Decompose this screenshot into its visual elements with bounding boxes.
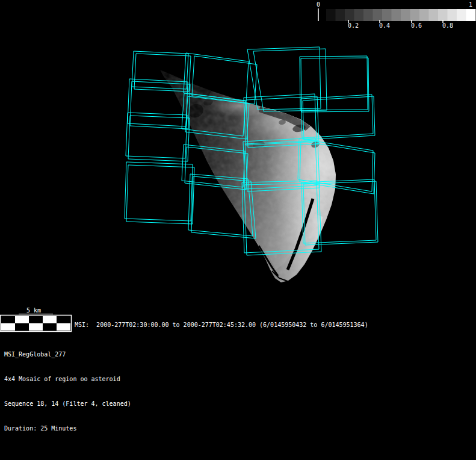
colorbar-step [457,9,466,21]
scalebar-cell [1,323,15,331]
mosaic-footprint-end [128,116,190,161]
info-line-description: 4x4 Mosaic of region oo asteroid [4,375,131,384]
info-line-sequence-filter: Sequence 18, 14 (Filter 4, cleaned) [4,400,131,409]
scalebar-cell [15,316,29,323]
colorbar-step [326,9,336,21]
colorbar-step [373,9,383,21]
scalebar-cell [43,316,57,323]
scalebar-cell [29,323,43,331]
info-line-sequence-name: MSI_RegGlobal_277 [4,350,131,359]
mosaic-footprint-end [301,58,369,112]
scalebar-cell [15,323,29,331]
observation-info-block: MSI_RegGlobal_277 4x4 Mosaic of region o… [4,335,131,441]
colorbar-tick-label: 0.8 [442,22,453,29]
scalebar-label: 5 km [26,306,41,314]
mosaic-footprint [300,56,368,110]
mosaic-footprint-end [126,165,194,224]
colorbar-step [345,9,354,21]
colorbar: 0.20.40.60.8 [318,8,476,29]
scalebar [1,314,72,332]
scalebar-cell [57,323,70,331]
colorbar-step [410,9,420,21]
colorbar-tick-label: 0.4 [379,22,390,29]
msi-planner-window: { "window": {"background": "#000000", "w… [0,0,476,460]
colorbar-step [429,9,439,21]
info-line-duration: Duration: 25 Minutes [4,424,131,434]
colorbar-step [382,9,392,21]
colorbar-min-label: 0 [315,1,322,8]
colorbar-step [466,9,476,21]
colorbar-tick-label: 0.2 [348,22,359,29]
scalebar-cell [43,323,57,331]
scalebar-cell [29,316,43,323]
colorbar-step [419,9,429,21]
scalebar-cell [57,316,70,323]
colorbar-step [438,9,448,21]
colorbar-max-label: 1 [467,1,474,8]
scalebar-cell [1,316,15,323]
colorbar-tick-label: 0.6 [411,22,422,29]
mosaic-footprint [126,113,187,158]
status-line: MSI: 2000-277T02:30:00.00 to 2000-277T02… [75,321,368,329]
colorbar-step [392,9,401,21]
colorbar-step [401,9,410,21]
colorbar-step [448,9,457,21]
colorbar-step [354,9,364,21]
colorbar-step [336,9,345,21]
colorbar-step [363,9,373,21]
